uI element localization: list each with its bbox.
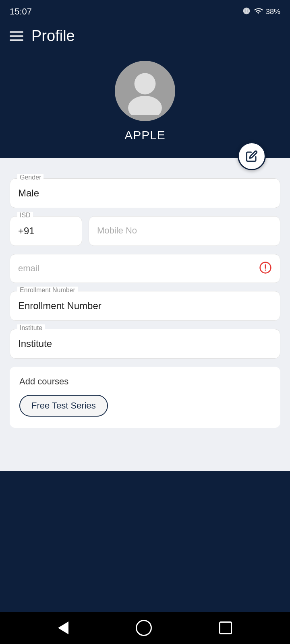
avatar (115, 61, 175, 121)
back-icon (58, 621, 68, 634)
gender-value: Male (10, 179, 280, 208)
free-test-series-tag[interactable]: Free Test Series (19, 395, 108, 417)
add-courses-section: Add courses Free Test Series (10, 367, 280, 428)
svg-point-5 (265, 269, 266, 270)
avatar-image (121, 67, 169, 115)
nav-bar (0, 612, 290, 644)
gender-field[interactable]: Gender Male (10, 178, 280, 208)
menu-button[interactable] (10, 31, 23, 41)
institute-value: Institute (10, 329, 280, 358)
edit-profile-button[interactable] (238, 142, 266, 170)
mobile-placeholder: Mobile No (89, 217, 280, 245)
email-field[interactable]: email (10, 254, 280, 283)
nav-home-button[interactable] (136, 620, 152, 636)
page-title: Profile (31, 27, 75, 45)
isd-value: +91 (10, 217, 82, 246)
isd-label: ISD (17, 212, 33, 219)
form-section: Gender Male ISD +91 Mobile No email Enro… (0, 158, 290, 471)
enrollment-field[interactable]: Enrollment Number Enrollment Number (10, 291, 280, 321)
signal-icon (242, 7, 251, 17)
email-placeholder: email (10, 254, 259, 283)
nav-recents-button[interactable] (219, 621, 232, 634)
recents-icon (219, 621, 232, 634)
home-icon (136, 620, 152, 636)
mobile-field[interactable]: Mobile No (89, 216, 280, 246)
svg-point-1 (135, 73, 156, 95)
status-bar: 15:07 38% (0, 0, 290, 21)
gender-label: Gender (17, 174, 44, 181)
profile-section: APPLE (0, 53, 290, 158)
wifi-icon (254, 6, 263, 17)
svg-point-2 (128, 96, 162, 115)
nav-back-button[interactable] (58, 621, 68, 634)
isd-mobile-row: ISD +91 Mobile No (10, 216, 280, 246)
profile-name: APPLE (124, 128, 166, 142)
status-time: 15:07 (10, 6, 32, 17)
enrollment-label: Enrollment Number (17, 287, 78, 294)
pencil-icon (246, 150, 258, 162)
battery-text: 38% (266, 8, 280, 16)
enrollment-value: Enrollment Number (10, 291, 280, 320)
bottom-area (0, 471, 290, 612)
email-error-icon (259, 261, 272, 276)
institute-label: Institute (17, 324, 45, 332)
header: Profile (0, 21, 290, 53)
status-icons: 38% (242, 6, 280, 17)
institute-field[interactable]: Institute Institute (10, 329, 280, 359)
isd-field[interactable]: ISD +91 (10, 216, 82, 246)
add-courses-label: Add courses (19, 376, 271, 387)
